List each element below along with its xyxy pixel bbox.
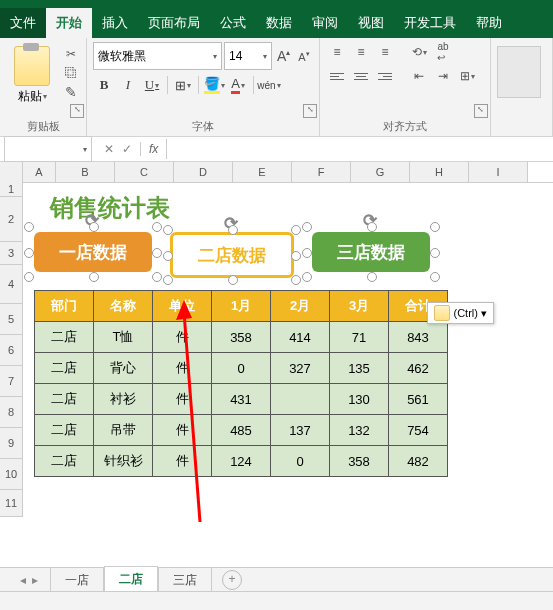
bold-button[interactable]: B [93, 74, 115, 96]
col-A[interactable]: A [23, 162, 56, 182]
sheet-prev-icon[interactable]: ◂ [20, 573, 26, 587]
tab-file[interactable]: 文件 [0, 8, 46, 38]
th-name[interactable]: 名称 [94, 291, 153, 322]
select-all-corner[interactable] [0, 162, 23, 182]
align-middle-icon[interactable]: ≡ [350, 42, 372, 62]
decrease-font-icon[interactable]: A▾ [295, 50, 313, 63]
orientation-icon[interactable]: ⟲▾ [408, 42, 430, 62]
ribbon: 粘贴▾ ✂ ⿻ ✎ 剪贴板 ⤡ 微软雅黑▾ 14▾ A▴ A▾ [0, 38, 553, 137]
align-right-icon[interactable] [374, 66, 396, 86]
row-4[interactable]: 4 [0, 265, 23, 304]
ribbon-tabs: 文件 开始 插入 页面布局 公式 数据 审阅 视图 开发工具 帮助 [0, 10, 553, 38]
font-size-select[interactable]: 14▾ [224, 42, 272, 70]
row-6[interactable]: 6 [0, 335, 23, 366]
shape-store3[interactable]: 三店数据 ⟳ [312, 232, 430, 272]
paste-options-button[interactable]: (Ctrl) ▾ [427, 302, 495, 324]
paste-options-icon [434, 305, 450, 321]
increase-indent-icon[interactable]: ⇥ [432, 66, 454, 86]
align-top-icon[interactable]: ≡ [326, 42, 348, 62]
paste-icon[interactable] [14, 46, 50, 86]
col-H[interactable]: H [410, 162, 469, 182]
align-bottom-icon[interactable]: ≡ [374, 42, 396, 62]
copy-icon[interactable]: ⿻ [62, 65, 80, 81]
th-m1[interactable]: 1月 [212, 291, 271, 322]
tab-dev[interactable]: 开发工具 [394, 8, 466, 38]
excel-window: 文件 开始 插入 页面布局 公式 数据 审阅 视图 开发工具 帮助 粘贴▾ ✂ … [0, 0, 553, 610]
align-center-icon[interactable] [350, 66, 372, 86]
row-1[interactable]: 1 [0, 182, 23, 197]
add-sheet-button[interactable]: + [222, 570, 242, 590]
rotate-icon[interactable]: ⟳ [85, 210, 101, 226]
sheet-next-icon[interactable]: ▸ [32, 573, 38, 587]
col-B[interactable]: B [56, 162, 115, 182]
table-row: 二店T恤件35841471843 [35, 322, 448, 353]
row-11[interactable]: 11 [0, 490, 23, 517]
number-format-select[interactable] [497, 46, 541, 98]
align-launcher[interactable]: ⤡ [474, 104, 488, 118]
fill-color-button[interactable]: 🪣▾ [203, 74, 225, 96]
sheet-tab-2[interactable]: 二店 [104, 566, 158, 594]
increase-font-icon[interactable]: A▴ [274, 48, 292, 64]
tab-data[interactable]: 数据 [256, 8, 302, 38]
row-9[interactable]: 9 [0, 428, 23, 459]
row-5[interactable]: 5 [0, 304, 23, 335]
tab-formula[interactable]: 公式 [210, 8, 256, 38]
italic-button[interactable]: I [117, 74, 139, 96]
clipboard-launcher[interactable]: ⤡ [70, 104, 84, 118]
th-m2[interactable]: 2月 [271, 291, 330, 322]
tab-review[interactable]: 审阅 [302, 8, 348, 38]
tab-layout[interactable]: 页面布局 [138, 8, 210, 38]
group-label-align: 对齐方式 [326, 117, 484, 134]
row-3[interactable]: 3 [0, 242, 23, 265]
formula-input[interactable] [166, 139, 553, 159]
wrap-text-icon[interactable]: ab↩ [432, 42, 454, 62]
border-button[interactable]: ⊞▾ [172, 74, 194, 96]
rotate-icon[interactable]: ⟳ [224, 213, 240, 229]
row-2[interactable]: 2 [0, 197, 23, 242]
sheet-nav: ◂ ▸ [20, 573, 38, 587]
cut-icon[interactable]: ✂ [62, 46, 80, 62]
th-dept[interactable]: 部门 [35, 291, 94, 322]
tab-view[interactable]: 视图 [348, 8, 394, 38]
row-7[interactable]: 7 [0, 366, 23, 397]
cell-content[interactable]: 销售统计表 一店数据 ⟳ 二店数据 ⟳ 三店数据 ⟳ [26, 184, 536, 477]
align-left-icon[interactable] [326, 66, 348, 86]
merge-button[interactable]: ⊞▾ [456, 66, 478, 86]
name-box[interactable]: ▾ [4, 136, 92, 162]
format-painter-icon[interactable]: ✎ [62, 84, 80, 100]
rotate-icon[interactable]: ⟳ [363, 210, 379, 226]
sheet-tab-3[interactable]: 三店 [158, 567, 212, 593]
cancel-icon[interactable]: ✕ [104, 142, 114, 156]
tab-insert[interactable]: 插入 [92, 8, 138, 38]
table-row: 二店针织衫件1240358482 [35, 446, 448, 477]
font-name-select[interactable]: 微软雅黑▾ [93, 42, 222, 70]
tab-home[interactable]: 开始 [46, 8, 92, 38]
font-color-button[interactable]: A▾ [227, 74, 249, 96]
col-G[interactable]: G [351, 162, 410, 182]
col-C[interactable]: C [115, 162, 174, 182]
shape-store1[interactable]: 一店数据 ⟳ [34, 232, 152, 272]
phonetic-button[interactable]: wén▾ [258, 74, 280, 96]
th-unit[interactable]: 单位 [153, 291, 212, 322]
enter-icon[interactable]: ✓ [122, 142, 132, 156]
row-headers: 1 2 3 4 5 6 7 8 9 10 11 [0, 182, 23, 517]
shape-store2[interactable]: 二店数据 ⟳ [170, 232, 294, 278]
paste-button[interactable]: 粘贴▾ [18, 88, 47, 105]
th-m3[interactable]: 3月 [330, 291, 389, 322]
underline-button[interactable]: U▾ [141, 74, 163, 96]
col-E[interactable]: E [233, 162, 292, 182]
tab-help[interactable]: 帮助 [466, 8, 512, 38]
decrease-indent-icon[interactable]: ⇤ [408, 66, 430, 86]
col-D[interactable]: D [174, 162, 233, 182]
group-font: 微软雅黑▾ 14▾ A▴ A▾ B I U▾ ⊞▾ 🪣▾ A▾ wén▾ [87, 38, 320, 136]
row-8[interactable]: 8 [0, 397, 23, 428]
col-F[interactable]: F [292, 162, 351, 182]
fx-icon[interactable]: fx [140, 142, 158, 156]
group-label-clipboard: 剪贴板 [6, 117, 80, 134]
sheet-tab-1[interactable]: 一店 [50, 567, 104, 593]
col-I[interactable]: I [469, 162, 528, 182]
page-title: 销售统计表 [50, 192, 536, 224]
font-launcher[interactable]: ⤡ [303, 104, 317, 118]
status-bar [0, 591, 553, 610]
row-10[interactable]: 10 [0, 459, 23, 490]
